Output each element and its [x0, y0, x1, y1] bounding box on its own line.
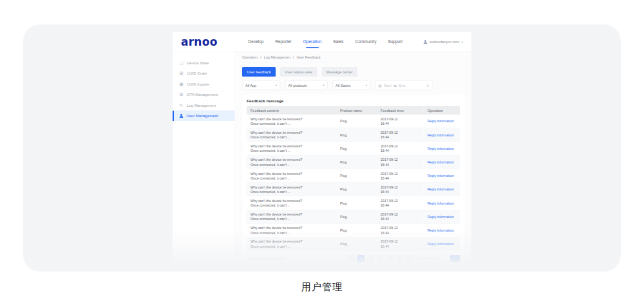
chevron-down-icon: ▾ — [319, 84, 324, 87]
date-start-placeholder: Start — [384, 84, 392, 88]
date-range-picker[interactable]: ▦ Start to End ⊙ — [375, 80, 433, 90]
all-states-value: All States — [336, 84, 350, 88]
reply-information-link[interactable]: Reply information — [428, 228, 454, 232]
table-row: Why can't the device be removed? Once co… — [247, 210, 460, 223]
feedback-content-cell: Why can't the device be removed? Once co… — [247, 169, 336, 183]
breadcrumb-operation[interactable]: Operation — [242, 55, 258, 59]
page-number-button[interactable]: 3 — [377, 255, 384, 262]
page-number-button[interactable]: 5 — [396, 255, 403, 262]
sidebar-item-label: UUID Order — [187, 71, 207, 75]
reply-information-link[interactable]: Reply information — [428, 201, 454, 205]
feedback-time-cell: 2017-09-12 16:44 — [377, 142, 424, 155]
reply-information-link[interactable]: Reply information — [428, 174, 454, 178]
sidebar-item-log-management[interactable]: ✎ Log Managemen — [173, 100, 235, 111]
pagination: ‹ 1 2 3 4 5 › — [247, 255, 460, 262]
sidebar-item-label: OTA Management — [187, 92, 218, 97]
reply-information-link[interactable]: Reply information — [428, 187, 454, 191]
arnoo-logo: arnoo — [181, 35, 218, 48]
feedback-table: Feedback content Product name Feedback t… — [247, 106, 460, 251]
table-row: Why can't the device be removed? Once co… — [247, 169, 460, 183]
table-row: Why can't the device be removed? Once co… — [247, 142, 460, 155]
product-name-cell: Plug — [336, 115, 377, 128]
sidebar-item-label: User Management — [187, 113, 218, 118]
product-name-cell: Plug — [336, 196, 377, 210]
feedback-time-cell: 2017-09-12 16:44 — [377, 210, 424, 223]
feedback-content-cell: Why can't the device be removed? Once co… — [247, 183, 336, 196]
reply-information-link[interactable]: Reply information — [428, 242, 454, 246]
goto-page-button[interactable] — [450, 255, 460, 262]
image-caption: 用户管理 — [0, 281, 644, 293]
next-page-button[interactable]: › — [406, 255, 413, 262]
reply-information-link[interactable]: Reply information — [428, 160, 454, 164]
nav-item-sales[interactable]: Sales — [333, 37, 343, 46]
main-content: Operation / Log Managemen / User Feedbac… — [235, 51, 471, 272]
feedback-panel: Feedback message Feedback content Produc… — [242, 95, 464, 265]
clock-icon: ⊙ — [426, 83, 430, 88]
sidebar-item-device-state[interactable]: ▢ Device State — [173, 57, 235, 68]
page-number-button[interactable]: 4 — [386, 255, 393, 262]
feedback-content-cell: Why can't the device be removed? Once co… — [247, 155, 336, 169]
nav-item-support[interactable]: Support — [388, 37, 402, 46]
operation-cell: Reply information — [424, 115, 460, 128]
tab-user-status-view[interactable]: User status view — [280, 67, 317, 77]
breadcrumb-separator: / — [260, 55, 261, 59]
tab-message-center[interactable]: Message center — [321, 67, 357, 77]
feedback-time-cell: 2017-09-12 16:44 — [377, 155, 424, 169]
page-number-button[interactable]: 2 — [367, 255, 374, 262]
feedback-time-cell: 2017-09-12 16:44 — [377, 169, 424, 183]
tab-bar: User feedback User status view Message c… — [242, 67, 464, 77]
column-operation: Operation — [424, 106, 460, 115]
sidebar-item-uuid-order[interactable]: ▤ UUID Order — [173, 68, 235, 79]
product-name-cell: Plug — [336, 223, 377, 237]
all-app-select[interactable]: All App ▾ — [242, 80, 280, 90]
reply-information-link[interactable]: Reply information — [428, 119, 454, 123]
prev-page-button[interactable]: ‹ — [348, 255, 355, 262]
all-states-select[interactable]: All States ▾ — [332, 80, 370, 90]
feedback-time-cell: 2017-09-12 16:44 — [377, 183, 424, 196]
feedback-time-cell: 2017-09-12 16:44 — [377, 115, 424, 128]
sidebar-item-uuid-inquire[interactable]: ▦ UUID Inquire — [173, 79, 235, 89]
all-products-value: All products — [289, 84, 307, 88]
column-feedback-time: Feedback time — [377, 106, 424, 115]
page-number-button[interactable]: 1 — [357, 255, 365, 262]
user-account[interactable]: xedmedanyun.com ▾ — [424, 40, 463, 44]
reply-information-link[interactable]: Reply information — [428, 147, 454, 151]
chevron-down-icon: ▾ — [272, 84, 277, 87]
nav-item-community[interactable]: Community — [355, 37, 377, 46]
feedback-content-cell: Why can't the device be removed? Once co… — [247, 196, 336, 210]
product-name-cell: Plug — [336, 210, 377, 223]
all-products-select[interactable]: All products ▾ — [285, 80, 328, 90]
nav-item-reporter[interactable]: Reporter — [275, 37, 291, 46]
goto-page-label — [418, 257, 437, 260]
feedback-time-cell: 2017-09-12 16:44 — [377, 223, 424, 237]
operation-cell: Reply information — [424, 196, 460, 210]
goto-page-input[interactable] — [439, 255, 448, 262]
feedback-time-cell: 2017-09-12 16:44 — [377, 237, 424, 250]
breadcrumb-log-management[interactable]: Log Managemen — [264, 55, 290, 59]
column-feedback-content: Feedback content — [247, 106, 336, 115]
operation-cell: Reply information — [424, 169, 460, 183]
user-avatar-icon — [424, 40, 428, 44]
date-end-placeholder: End — [399, 84, 405, 88]
tab-user-feedback[interactable]: User feedback — [242, 67, 276, 77]
operation-cell: Reply information — [424, 210, 460, 223]
nav-item-develop[interactable]: Develop — [249, 37, 264, 46]
product-name-cell: Plug — [336, 169, 377, 183]
column-product-name: Product name — [336, 106, 377, 115]
table-row: Why can't the device be removed? Once co… — [247, 128, 460, 142]
nav-item-operation[interactable]: Operation — [303, 37, 322, 46]
top-nav: arnoo Develop Reporter Operation Sales C… — [173, 32, 471, 51]
reply-information-link[interactable]: Reply information — [428, 133, 454, 136]
reply-information-link[interactable]: Reply information — [428, 214, 454, 218]
app-screenshot: arnoo Develop Reporter Operation Sales C… — [173, 32, 471, 272]
feedback-time-cell: 2017-09-12 16:44 — [377, 128, 424, 142]
operation-cell: Reply information — [424, 128, 460, 142]
uuid-order-icon: ▤ — [179, 71, 184, 76]
sidebar-item-label: Log Managemen — [187, 103, 216, 107]
sidebar-item-user-management[interactable]: User Management — [173, 111, 235, 122]
feedback-content-cell: Why can't the device be removed? Once co… — [247, 210, 336, 223]
breadcrumb-separator: / — [293, 55, 294, 59]
operation-cell: Reply information — [424, 223, 460, 237]
sidebar-item-ota-management[interactable]: ⊞ OTA Management — [173, 89, 235, 100]
table-row: Why can't the device be removed? Once co… — [247, 237, 460, 250]
